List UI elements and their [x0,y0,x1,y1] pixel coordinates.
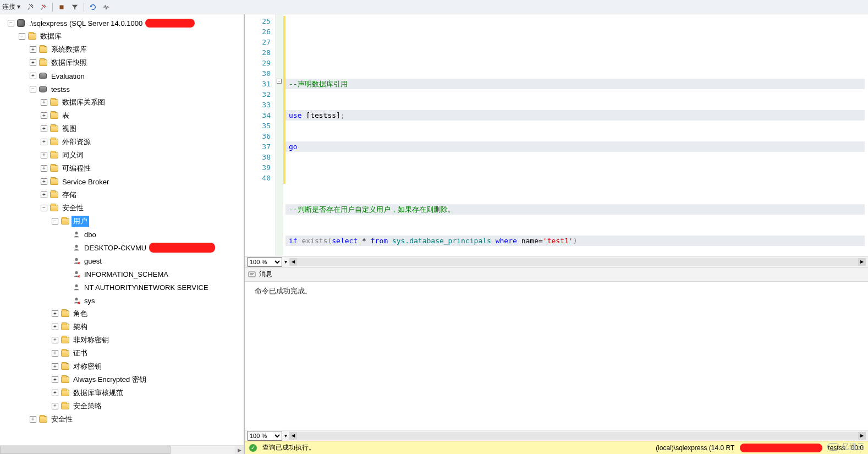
code-line: --声明数据库引用 [285,79,865,89]
filter-icon[interactable] [69,2,80,13]
disconnect-icon[interactable] [38,2,49,13]
expand-icon[interactable]: + [52,363,58,370]
collapse-icon[interactable]: − [52,218,58,225]
expand-icon[interactable]: + [30,59,36,66]
expand-icon[interactable]: + [30,416,36,423]
scroll-right-icon[interactable]: ▶ [858,258,866,266]
tree-node[interactable]: +外部资源 [3,135,244,149]
tree-node[interactable]: +视图 [3,122,244,135]
stop-icon[interactable] [56,2,67,13]
node-label: INFORMATION_SCHEMA [83,270,170,279]
node-label: 视图 [61,123,78,134]
databases-node[interactable]: − 数据库 [3,30,244,43]
fold-column[interactable]: − [276,14,283,256]
collapse-icon[interactable]: − [30,86,36,92]
node-label: 架构 [72,321,89,332]
messages-tab-label[interactable]: 消息 [259,270,272,279]
tree-node[interactable]: +数据库关系图 [3,96,244,109]
code-area[interactable]: --声明数据库引用 use [testss]; go --判断是否存在用户自定义… [283,14,868,256]
connect-dropdown[interactable]: 连接 ▾ [2,2,20,12]
sql-editor[interactable]: 25262728293031323334353637383940 − --声明数… [245,14,868,256]
tree-node[interactable]: +表 [3,109,244,122]
node-label: 对称密钥 [72,361,103,372]
node-label: 数据库 [39,31,63,42]
object-explorer-hscroll[interactable]: ◀ ▶ [0,445,244,454]
collapse-icon[interactable]: − [19,33,25,40]
folder-icon [61,402,69,411]
messages-hscroll[interactable]: ◀ ▶ [289,432,866,440]
expand-icon[interactable]: + [30,73,36,79]
user-node-sys[interactable]: sys [3,294,244,307]
tree-node[interactable]: +对称密钥 [3,360,244,373]
user-node-desktop[interactable]: DESKTOP-CKVMU [3,241,244,254]
expand-icon[interactable]: + [52,403,58,409]
scroll-left-icon[interactable]: ◀ [289,258,297,266]
tree-node[interactable]: +安全策略 [3,400,244,413]
folder-icon [50,124,58,133]
user-node-guest[interactable]: guest [3,254,244,267]
expand-icon[interactable]: + [41,178,47,185]
tree-node[interactable]: +角色 [3,307,244,320]
object-explorer-tree[interactable]: − .\sqlexpress (SQL Server 14.0.1000 − 数… [0,14,244,445]
tree-node[interactable]: +可编程性 [3,162,244,175]
db-snapshots-node[interactable]: + 数据库快照 [3,56,244,69]
collapse-icon[interactable]: − [8,20,14,26]
expand-icon[interactable]: + [41,139,47,145]
refresh-icon[interactable] [87,2,98,13]
expand-icon[interactable]: + [41,192,47,198]
zoom-select[interactable]: 100 % [247,257,282,267]
folder-icon [61,389,69,397]
server-icon [17,19,25,28]
node-label: dbo [83,230,98,239]
expand-icon[interactable]: + [41,152,47,158]
folder-icon [39,58,47,67]
expand-icon[interactable]: + [52,376,58,383]
node-label: 用户 [72,216,89,227]
collapse-icon[interactable]: − [41,205,47,211]
db-evaluation-node[interactable]: + Evaluation [3,69,244,83]
node-label: 非对称密钥 [72,335,111,346]
expand-icon[interactable]: + [52,310,58,317]
expand-icon[interactable]: + [30,46,36,53]
tree-node[interactable]: +非对称密钥 [3,333,244,347]
node-label: 数据库审核规范 [72,387,125,398]
tree-node[interactable]: +Always Encrypted 密钥 [3,373,244,386]
expand-icon[interactable]: + [41,112,47,119]
zoom-select[interactable]: 100 % [247,431,282,441]
activity-icon[interactable] [101,2,112,13]
expand-icon[interactable]: + [52,324,58,330]
scroll-right-icon[interactable]: ▶ [858,432,866,440]
scroll-thumb[interactable] [0,446,171,454]
tree-node[interactable]: +安全性 [3,413,244,426]
scroll-left-icon[interactable]: ◀ [289,432,297,440]
node-label: 存储 [61,189,78,200]
editor-hscroll[interactable]: ◀ ▶ [289,258,866,266]
expand-icon[interactable]: + [41,99,47,106]
connect-icon[interactable] [25,2,36,13]
expand-icon[interactable]: + [52,350,58,357]
system-databases-node[interactable]: + 系统数据库 [3,43,244,56]
db-testss-node[interactable]: − testss [3,83,244,96]
dropdown-icon: ▾ [284,259,287,265]
security-node[interactable]: −安全性 [3,201,244,215]
scroll-right-icon[interactable]: ▶ [235,446,244,454]
redaction-mark [740,444,822,452]
tree-node[interactable]: +架构 [3,320,244,333]
folder-icon [61,217,69,226]
expand-icon[interactable]: + [41,165,47,172]
tree-node[interactable]: +存储 [3,188,244,201]
expand-icon[interactable]: + [52,390,58,396]
expand-icon[interactable]: + [52,337,58,343]
fold-box-icon[interactable]: − [277,79,282,84]
users-folder-node[interactable]: −用户 [3,215,244,228]
tree-node[interactable]: +同义词 [3,149,244,162]
tree-node[interactable]: +数据库审核规范 [3,386,244,400]
user-node-dbo[interactable]: dbo [3,228,244,241]
tree-node[interactable]: +证书 [3,347,244,360]
folder-icon [61,322,69,331]
tree-node[interactable]: +Service Broker [3,175,244,188]
user-node-ntauth[interactable]: NT AUTHORITY\NETWORK SERVICE [3,281,244,294]
server-node[interactable]: − .\sqlexpress (SQL Server 14.0.1000 [3,17,244,30]
user-node-infschema[interactable]: INFORMATION_SCHEMA [3,267,244,281]
expand-icon[interactable]: + [41,125,47,132]
